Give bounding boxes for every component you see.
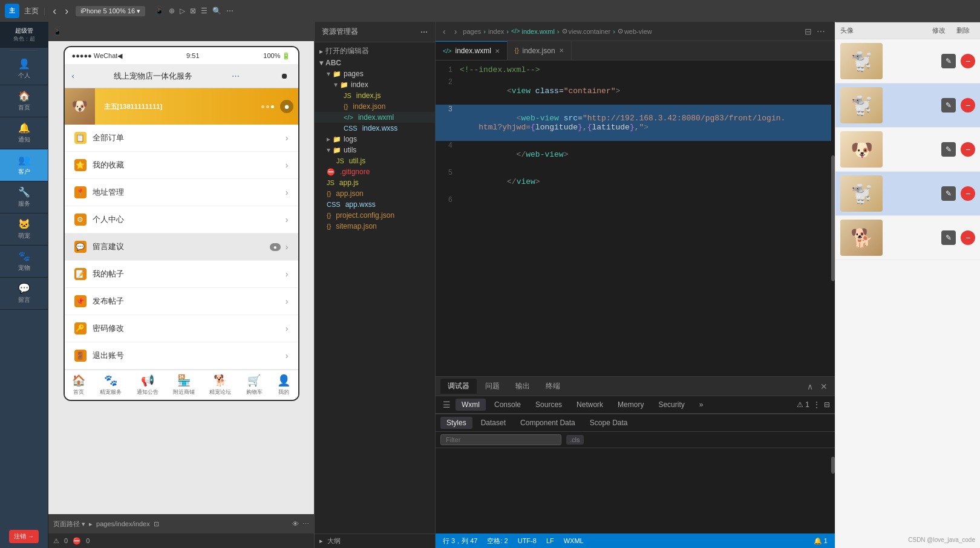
debug-close-btn[interactable]: ✕ bbox=[818, 380, 830, 393]
nav-item-notice[interactable]: 📢 通知公告 bbox=[137, 374, 158, 396]
debug-sub-tab-console[interactable]: Console bbox=[488, 399, 527, 411]
menu-item-logout[interactable]: 🚪 退出账号 › bbox=[65, 342, 298, 370]
breadcrumb-index[interactable]: index bbox=[488, 28, 504, 35]
pages-folder[interactable]: ▾ 📁 pages bbox=[315, 68, 435, 79]
checkbox-icon[interactable]: ⊠ bbox=[190, 7, 196, 15]
sa-item-message[interactable]: 💬 留言 bbox=[0, 278, 48, 310]
index-js-file[interactable]: JS index.js bbox=[315, 90, 435, 101]
breadcrumb-webview[interactable]: ⊙ web-view bbox=[618, 27, 652, 35]
breadcrumb-pages[interactable]: pages bbox=[463, 28, 481, 35]
menu-item-profile[interactable]: ⚙ 个人中心 › bbox=[65, 206, 298, 233]
debug-scrollbar-thumb[interactable] bbox=[831, 457, 835, 474]
outline-section[interactable]: ▸ 大纲 bbox=[315, 533, 435, 548]
pet-edit-btn-5[interactable]: ✎ bbox=[941, 230, 956, 245]
menu-item-address[interactable]: 📍 地址管理 › bbox=[65, 179, 298, 206]
pet-del-btn-4[interactable]: − bbox=[961, 186, 975, 201]
editor-more-icon[interactable]: ⋯ bbox=[817, 27, 825, 36]
code-area[interactable]: 1 <!--index.wxml--> 2 <view class="conta… bbox=[436, 60, 835, 376]
index-wxss-file[interactable]: CSS index.wxss bbox=[315, 123, 435, 134]
pet-del-btn-5[interactable]: − bbox=[961, 230, 975, 245]
debug-filter-input[interactable] bbox=[440, 434, 561, 445]
path-eye-icon[interactable]: 👁 bbox=[292, 520, 299, 528]
app-json-file[interactable]: {} app.json bbox=[315, 188, 435, 199]
menu-item-favorites[interactable]: ⭐ 我的收藏 › bbox=[65, 152, 298, 179]
nav-forward-btn[interactable]: › bbox=[62, 4, 71, 19]
sa-item-service[interactable]: 🔧 服务 bbox=[0, 181, 48, 214]
path-label[interactable]: 页面路径 ▾ bbox=[53, 520, 85, 529]
pet-edit-btn-3[interactable]: ✎ bbox=[941, 142, 956, 157]
phone-icon[interactable]: 📱 bbox=[155, 7, 164, 15]
debug-sub-tab-security[interactable]: Security bbox=[652, 399, 690, 411]
pet-edit-btn-1[interactable]: ✎ bbox=[941, 54, 956, 68]
screenshot-icon[interactable]: ⊕ bbox=[169, 7, 175, 15]
utils-folder[interactable]: ▾ 📁 utils bbox=[315, 145, 435, 155]
sa-item-notice[interactable]: 🔔 通知 bbox=[0, 117, 48, 149]
menu-item-orders[interactable]: 📋 全部订单 › bbox=[65, 125, 298, 152]
debug-collapse-btn[interactable]: ∧ bbox=[805, 380, 815, 393]
index-folder[interactable]: ▾ 📁 index bbox=[315, 79, 435, 90]
breadcrumb-file[interactable]: </> index.wxml bbox=[511, 28, 555, 35]
menu-item-password[interactable]: 🔑 密码修改 › bbox=[65, 315, 298, 342]
debug-expand-icon[interactable]: ⊟ bbox=[824, 400, 830, 409]
tab-wxml[interactable]: </> index.wxml ✕ bbox=[436, 41, 508, 60]
pet-edit-btn-2[interactable]: ✎ bbox=[941, 98, 956, 113]
sa-item-personal[interactable]: 👤 个人 bbox=[0, 53, 48, 85]
nav-item-nearby[interactable]: 🏪 附近商铺 bbox=[173, 374, 195, 396]
nav-item-services[interactable]: 🐾 精宠服务 bbox=[100, 374, 122, 396]
debug-scrollbar-track[interactable] bbox=[831, 448, 835, 533]
wxml-tab-close[interactable]: ✕ bbox=[495, 48, 500, 54]
style-tab-styles[interactable]: Styles bbox=[440, 417, 472, 429]
app-js-file[interactable]: JS app.js bbox=[315, 177, 435, 188]
pet-del-btn-3[interactable]: − bbox=[961, 142, 975, 157]
json-tab-close[interactable]: ✕ bbox=[559, 47, 564, 54]
nav-back-btn[interactable]: ‹ bbox=[50, 4, 59, 19]
explorer-more-icon[interactable]: ⋯ bbox=[420, 28, 428, 36]
debug-more-icon[interactable]: ⋮ bbox=[813, 400, 820, 409]
tab-json[interactable]: {} index.json ✕ bbox=[508, 41, 572, 60]
nav-item-cart[interactable]: 🛒 购物车 bbox=[246, 374, 263, 396]
debug-tab-output[interactable]: 输出 bbox=[508, 379, 537, 394]
menu-item-feedback[interactable]: 💬 留言建议 ● › bbox=[65, 233, 298, 261]
device-selector[interactable]: iPhone 5 100% 16 ▾ bbox=[76, 6, 145, 16]
path-more-icon[interactable]: ⋯ bbox=[302, 520, 309, 528]
debug-sub-tab-memory[interactable]: Memory bbox=[612, 399, 650, 411]
debug-tab-terminal[interactable]: 终端 bbox=[538, 379, 567, 394]
debug-sub-tab-wxml[interactable]: Wxml bbox=[456, 399, 486, 411]
cls-badge[interactable]: .cls bbox=[566, 435, 584, 445]
abc-section[interactable]: ▾ ABC bbox=[315, 57, 435, 68]
pet-del-btn-2[interactable]: − bbox=[961, 98, 975, 113]
debug-sub-tab-more[interactable]: » bbox=[693, 399, 710, 411]
gitignore-file[interactable]: ⛔ .gitignore bbox=[315, 166, 435, 177]
path-copy-icon[interactable]: ⊡ bbox=[154, 520, 159, 528]
logs-folder[interactable]: ▸ 📁 logs bbox=[315, 134, 435, 145]
menu-item-publish[interactable]: 📌 发布帖子 › bbox=[65, 288, 298, 315]
nav-item-mine[interactable]: 👤 我的 bbox=[277, 374, 290, 396]
pet-edit-btn-4[interactable]: ✎ bbox=[941, 186, 956, 201]
play-icon[interactable]: ▷ bbox=[180, 7, 185, 15]
sa-item-cute-pet[interactable]: 🐱 萌宠 bbox=[0, 214, 48, 246]
more-icon[interactable]: ⋯ bbox=[226, 7, 234, 15]
debug-toolbar-btn[interactable]: ☰ bbox=[440, 399, 453, 411]
debug-sub-tab-network[interactable]: Network bbox=[570, 399, 609, 411]
sitemap-file[interactable]: {} sitemap.json bbox=[315, 221, 435, 232]
menu-icon[interactable]: ☰ bbox=[201, 7, 207, 15]
home-label[interactable]: 主页 bbox=[24, 6, 39, 16]
breadcrumb-view[interactable]: ⊙ view.container bbox=[562, 27, 611, 35]
split-editor-icon[interactable]: ⊟ bbox=[805, 27, 812, 36]
pet-del-btn-1[interactable]: − bbox=[961, 54, 975, 68]
style-tab-scope[interactable]: Scope Data bbox=[584, 417, 634, 429]
logout-btn[interactable]: 注销 → bbox=[9, 530, 39, 543]
editor-nav-fwd-btn[interactable]: › bbox=[452, 25, 460, 38]
debug-tab-debugger[interactable]: 调试器 bbox=[440, 379, 477, 394]
editor-scrollbar-track[interactable] bbox=[831, 60, 835, 376]
nav-item-home[interactable]: 🏠 首页 bbox=[72, 374, 85, 396]
style-tab-dataset[interactable]: Dataset bbox=[475, 417, 512, 429]
editor-scrollbar-thumb[interactable] bbox=[831, 155, 835, 282]
menu-item-posts[interactable]: 📝 我的帖子 › bbox=[65, 261, 298, 288]
editor-nav-back-btn[interactable]: ‹ bbox=[440, 25, 448, 38]
sa-item-client[interactable]: 👥 客户 bbox=[0, 149, 48, 181]
app-wxss-file[interactable]: CSS app.wxss bbox=[315, 199, 435, 210]
nav-item-forum[interactable]: 🐕 精宠论坛 bbox=[209, 374, 231, 396]
index-json-file[interactable]: {} index.json bbox=[315, 101, 435, 112]
project-config-file[interactable]: {} project.config.json bbox=[315, 210, 435, 221]
